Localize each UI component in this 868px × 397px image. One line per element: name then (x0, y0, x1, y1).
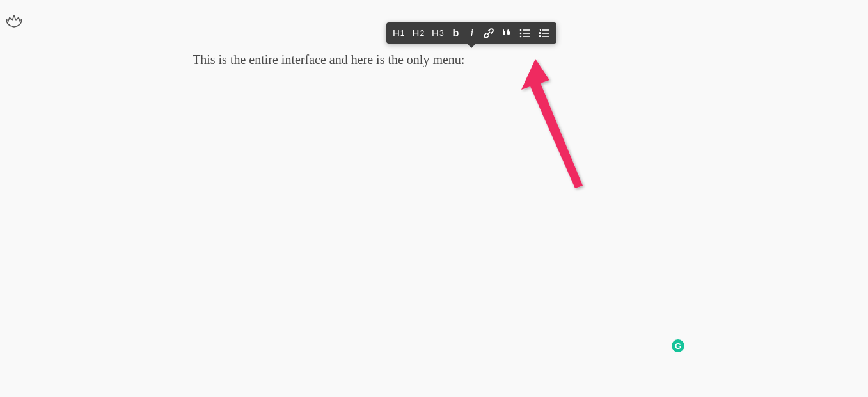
annotation-arrow (521, 59, 592, 196)
italic-label: i (470, 28, 473, 39)
quote-button[interactable] (500, 27, 513, 40)
svg-rect-5 (523, 36, 530, 37)
svg-rect-15 (539, 36, 541, 37)
svg-rect-10 (540, 33, 541, 33)
svg-point-0 (520, 29, 522, 31)
link-button[interactable] (482, 27, 495, 40)
svg-rect-3 (523, 33, 530, 34)
unordered-list-button[interactable] (518, 27, 532, 40)
heading-3-button[interactable]: H3 (430, 26, 445, 40)
heading-1-label-prefix: H (393, 28, 400, 38)
lotus-icon (4, 13, 24, 28)
bold-label: b (453, 28, 459, 39)
ordered-list-icon (539, 28, 550, 38)
heading-2-button[interactable]: H2 (411, 26, 426, 40)
grammarly-badge[interactable]: G (672, 339, 684, 352)
arrow-icon (521, 59, 592, 193)
svg-rect-11 (539, 33, 541, 34)
svg-point-2 (520, 32, 522, 34)
heading-2-label-num: 2 (420, 29, 424, 38)
editor-paragraph[interactable]: This is the entire interface and here is… (193, 53, 464, 67)
italic-button[interactable]: i (466, 28, 477, 39)
svg-rect-14 (540, 36, 541, 36)
ordered-list-button[interactable] (537, 27, 551, 40)
app-logo[interactable] (4, 13, 24, 28)
quote-icon (501, 28, 512, 38)
formatting-toolbar: H1 H2 H3 b i (386, 22, 556, 44)
heading-3-label-num: 3 (439, 29, 444, 38)
heading-1-button[interactable]: H1 (391, 26, 406, 40)
unordered-list-icon (519, 28, 531, 38)
heading-2-label-prefix: H (413, 28, 420, 38)
bold-button[interactable]: b (450, 28, 462, 39)
svg-rect-7 (540, 29, 541, 31)
svg-rect-16 (542, 36, 549, 37)
heading-3-label-prefix: H (432, 28, 439, 38)
link-icon (484, 28, 494, 38)
heading-1-label-num: 1 (400, 29, 405, 38)
svg-rect-8 (542, 29, 549, 31)
grammarly-label: G (675, 341, 681, 351)
svg-point-4 (520, 35, 522, 37)
svg-rect-1 (523, 29, 530, 31)
svg-rect-12 (542, 33, 549, 34)
